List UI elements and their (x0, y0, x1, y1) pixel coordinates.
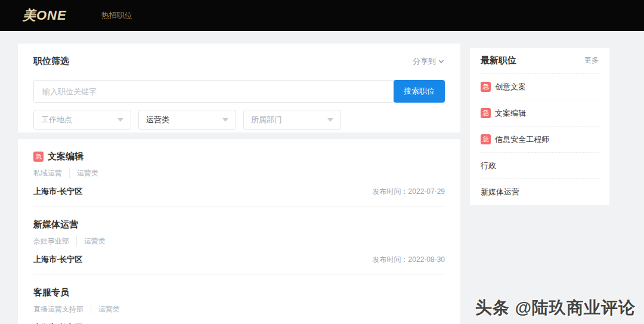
sidebar-job-infosec-engineer[interactable]: 急 信息安全工程师 (481, 126, 599, 152)
sidebar-job-new-media-ops[interactable]: 新媒体运营 (481, 178, 599, 205)
job-listing-customer-service[interactable]: 客服专员 直播运营支持部 运营类 上海市-长宁区 发布时间：2022-08-29 (33, 275, 445, 324)
job-category-dropdown-value: 运营类 (146, 115, 169, 125)
job-location: 上海市-长宁区 (33, 186, 82, 197)
job-category-dropdown[interactable]: 运营类 (138, 110, 236, 130)
urgent-badge-icon: 急 (481, 108, 491, 118)
toutiao-watermark: 头条 @陆玖商业评论 (475, 297, 636, 319)
urgent-badge-icon: 急 (481, 82, 491, 92)
job-listing-copy-editor[interactable]: 急 文案编辑 私域运营 运营类 上海市-长宁区 发布时间：2022-07-29 (33, 139, 445, 207)
job-tag-category: 运营类 (91, 304, 127, 314)
urgent-badge-icon: 急 (33, 152, 44, 162)
department-dropdown[interactable]: 所属部门 (243, 110, 341, 130)
latest-jobs-title: 最新职位 (481, 55, 516, 66)
caret-down-icon (327, 118, 333, 122)
caret-down-icon (117, 118, 123, 122)
job-tag-department: 私域运营 (33, 168, 69, 178)
job-tag-department: 直播运营支持部 (33, 304, 91, 314)
sidebar-job-label: 信息安全工程师 (495, 134, 549, 145)
top-header-bar: 美ONE 热招职位 (0, 0, 644, 31)
job-listing-new-media-ops[interactable]: 新媒体运营 奈娃事业部 运营类 上海市-长宁区 发布时间：2022-08-30 (33, 207, 445, 275)
sidebar-job-copy-editor[interactable]: 急 文案编辑 (481, 100, 599, 126)
job-keyword-search-input[interactable] (33, 80, 394, 103)
job-tag-department: 奈娃事业部 (33, 236, 76, 246)
latest-jobs-panel: 最新职位 更多 急 创意文案 急 文案编辑 急 信息安全工程师 行政 新媒体运营 (470, 48, 609, 205)
job-title[interactable]: 客服专员 (33, 287, 69, 298)
job-posted-date: 发布时间：2022-07-29 (373, 187, 445, 197)
nav-item-hot-jobs[interactable]: 热招职位 (101, 10, 132, 21)
job-posted-date: 发布时间：2022-08-30 (373, 255, 445, 265)
sidebar-job-administration[interactable]: 行政 (481, 152, 599, 178)
chevron-down-icon (438, 58, 445, 65)
job-tag-category: 运营类 (76, 236, 113, 246)
caret-down-icon (222, 118, 228, 122)
job-filter-panel: 职位筛选 分享到 搜索职位 工作地点 运营类 所属部门 (18, 44, 460, 132)
work-location-dropdown[interactable]: 工作地点 (33, 110, 131, 130)
job-title[interactable]: 新媒体运营 (33, 219, 78, 230)
job-list-panel: 急 文案编辑 私域运营 运营类 上海市-长宁区 发布时间：2022-07-29 … (18, 139, 460, 324)
share-to-button[interactable]: 分享到 (413, 56, 445, 67)
brand-logo[interactable]: 美ONE (23, 7, 67, 24)
sidebar-job-label: 创意文案 (495, 82, 526, 92)
share-to-label: 分享到 (413, 56, 436, 67)
more-link[interactable]: 更多 (584, 55, 599, 66)
job-location: 上海市-长宁区 (33, 254, 82, 265)
sidebar-job-creative-copywriter[interactable]: 急 创意文案 (481, 73, 599, 100)
urgent-badge-icon: 急 (481, 134, 491, 144)
sidebar-job-label: 新媒体运营 (481, 187, 519, 198)
department-dropdown-label: 所属部门 (251, 115, 282, 125)
job-title[interactable]: 文案编辑 (48, 151, 83, 162)
work-location-dropdown-label: 工作地点 (41, 115, 72, 125)
filter-panel-title: 职位筛选 (33, 55, 69, 67)
job-tag-category: 运营类 (69, 168, 106, 178)
sidebar-job-label: 行政 (481, 161, 496, 171)
search-jobs-button[interactable]: 搜索职位 (394, 80, 445, 103)
sidebar-job-label: 文案编辑 (495, 108, 526, 119)
